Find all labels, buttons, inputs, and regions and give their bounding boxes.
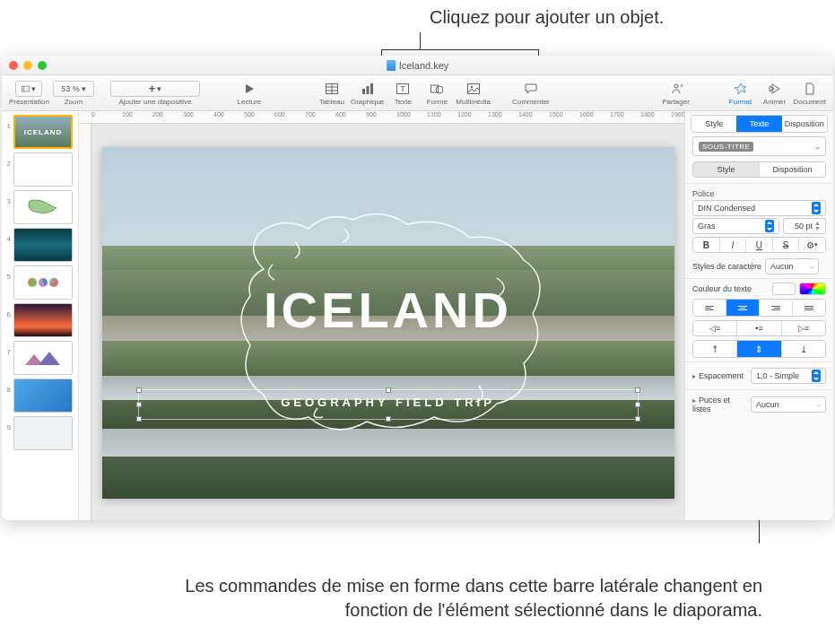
slide-thumbnail[interactable] [13,379,73,413]
text-color-swatch[interactable] [772,283,796,295]
align-justify-button[interactable] [792,300,825,316]
slide-thumbnail[interactable] [13,416,73,450]
play-button[interactable] [243,81,256,97]
bullets-label: Puces et listes [692,396,730,413]
svg-rect-9 [370,83,373,94]
outdent-button[interactable]: ◁≡ [693,321,736,335]
text-button[interactable]: T [396,81,409,97]
close-window-button[interactable] [9,61,18,70]
valign-bottom-button[interactable]: ⤓ [781,341,825,357]
align-right-button[interactable] [759,300,792,316]
toolbar-label: Forme [427,98,448,106]
svg-rect-0 [22,86,30,91]
slide-number: 3 [4,190,11,205]
tab-arrange[interactable]: Disposition [782,116,827,132]
slide-number: 4 [4,228,11,243]
animate-button[interactable] [769,81,781,97]
toolbar-label: Document [794,98,826,106]
selection-handle[interactable] [386,387,391,393]
toolbar-label: Texte [395,98,412,106]
char-styles-menu[interactable]: Aucun ⌵ [765,258,819,274]
tab-text[interactable]: Texte [736,116,781,132]
spacing-label: Espacement [699,371,744,380]
fullscreen-window-button[interactable] [38,61,47,70]
slide-thumbnail[interactable] [13,190,73,224]
spacing-menu[interactable]: 1,0 - Simple [751,368,826,384]
add-slide-button[interactable]: +▾ [110,81,200,97]
bold-button[interactable]: B [693,238,719,252]
valign-middle-button[interactable]: ⇕ [736,341,780,357]
slide-thumbnail[interactable] [13,228,73,262]
tab-style[interactable]: Style [691,116,736,132]
bullets-menu[interactable]: Aucun ⌵ [751,396,826,413]
selection-handle[interactable] [136,416,142,422]
svg-point-16 [674,84,678,88]
italic-button[interactable]: I [719,238,746,252]
comment-button[interactable] [525,81,537,97]
disclosure-icon[interactable]: ▸ [692,396,696,405]
advanced-text-button[interactable]: ⚙︎ ▾ [798,238,825,252]
align-left-button[interactable] [693,300,726,316]
disclosure-icon[interactable]: ▸ [692,372,696,380]
slide-navigator[interactable]: 1ICELAND 2 3 4 5 6 7 8 9 [2,111,79,520]
char-styles-label: Styles de caractère [692,262,761,271]
svg-marker-2 [246,84,254,93]
indent-button[interactable]: ▷≡ [781,321,825,335]
bullets-value: Aucun [756,400,779,409]
font-weight-menu[interactable]: Gras [692,218,779,234]
view-button[interactable]: ▾ [15,81,42,97]
shape-button[interactable] [431,81,443,97]
toolbar-label: Lecture [238,98,262,106]
slide-number: 7 [4,341,11,356]
document-button[interactable] [805,81,815,97]
char-styles-value: Aucun [770,262,794,271]
paragraph-style-menu[interactable]: SOUS-TITRE ⌵ [692,136,826,156]
slide-thumbnail[interactable]: ICELAND [13,115,73,149]
slide-canvas[interactable]: ICELAND GEOGRAPHY FIELD TRIP [91,124,684,520]
slide-thumbnail[interactable] [13,265,73,300]
subtab-style[interactable]: Style [693,162,759,177]
vertical-ruler[interactable] [79,124,91,520]
subtab-layout[interactable]: Disposition [759,162,825,177]
svg-rect-12 [431,85,439,92]
indent-row: ◁≡ •≡ ▷≡ [692,320,826,336]
slide-subtitle[interactable]: GEOGRAPHY FIELD TRIP [102,396,674,409]
toolbar-label: Commenter [512,98,550,106]
media-button[interactable] [467,81,480,97]
text-format-row: B I U S ⚙︎ ▾ [692,237,826,253]
zoom-menu[interactable]: 53 %▾ [53,81,94,97]
chart-button[interactable] [361,81,374,97]
list-indent-button[interactable]: •≡ [736,321,780,335]
selection-handle[interactable] [136,387,142,393]
selection-handle[interactable] [635,387,640,393]
slide-title[interactable]: ICELAND [264,281,512,339]
horizontal-ruler[interactable]: 0100200300400500600700800900100011001200… [79,111,684,124]
slide-thumbnail[interactable] [13,152,73,187]
table-button[interactable] [326,81,338,97]
underline-button[interactable]: U [745,238,772,252]
slide-content[interactable]: ICELAND GEOGRAPHY FIELD TRIP [102,147,674,499]
font-family-menu[interactable]: DIN Condensed [692,200,826,216]
horizontal-align-row [692,299,826,317]
font-size-field[interactable]: 50 pt ▲▼ [783,218,826,234]
selection-handle[interactable] [386,416,391,422]
strike-button[interactable]: S [772,238,799,252]
slide-thumbnail[interactable] [13,303,73,337]
slide-number: 9 [4,416,11,431]
valign-top-button[interactable]: ⤒ [693,341,736,357]
selection-handle[interactable] [635,416,640,422]
font-family-value: DIN Condensed [698,204,755,213]
toolbar-label: Partager [662,98,690,106]
svg-marker-21 [39,352,60,365]
svg-rect-8 [366,86,369,94]
toolbar-label: Animer [763,98,786,106]
color-picker-button[interactable] [799,283,826,295]
slide-thumbnail[interactable] [13,341,73,375]
toolbar-label: Présentation [9,98,49,106]
window-controls [9,61,47,70]
align-center-button[interactable] [726,300,759,316]
minimize-window-button[interactable] [23,61,32,70]
format-button[interactable] [735,81,747,97]
share-button[interactable]: + [670,81,683,97]
svg-rect-7 [362,89,365,94]
